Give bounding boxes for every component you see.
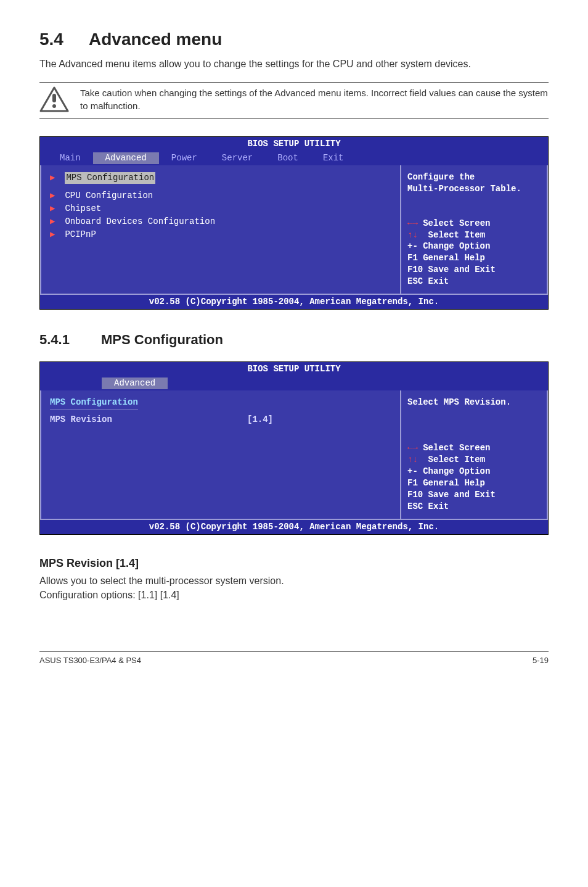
caution-note: Take caution when changing the settings … xyxy=(39,82,549,119)
bios-tab-bar: Main Advanced Power Server Boot Exit xyxy=(40,151,548,165)
bios-tab-bar: Advanced xyxy=(40,376,548,390)
bios-right-pane: Configure the Multi-Processor Table. ←→ … xyxy=(401,165,548,295)
bios-help-line2: Multi-Processor Table. xyxy=(407,183,541,195)
bios-left-pane: ▶ MPS Configuration ▶ CPU Configuration … xyxy=(40,165,401,295)
key-change-option: +- Change Option xyxy=(407,241,541,252)
bios-help-line1: Configure the xyxy=(407,171,541,183)
subheading-number: 5.4.1 xyxy=(39,332,101,348)
field-description-line1: Allows you to select the multi-processor… xyxy=(39,574,549,588)
bios-title: BIOS SETUP UTILITY xyxy=(40,362,548,376)
submenu-arrow-icon: ▶ xyxy=(50,203,60,215)
field-heading-mps-revision: MPS Revision [1.4] xyxy=(39,557,549,570)
bios-copyright-footer: v02.58 (C)Copyright 1985-2004, American … xyxy=(40,295,548,309)
key-save-exit: F10 Save and Exit xyxy=(407,264,541,276)
subheading-title: MPS Configuration xyxy=(101,332,223,347)
bios-screenshot-advanced-menu: BIOS SETUP UTILITY Main Advanced Power S… xyxy=(39,136,549,310)
bios-tab-power: Power xyxy=(159,152,210,164)
bios-help-text: Select MPS Revision. xyxy=(407,397,541,434)
key-general-help: F1 General Help xyxy=(407,252,541,264)
bios-tab-boot: Boot xyxy=(265,152,311,164)
menu-item-onboard-devices: Onboard Devices Configuration xyxy=(65,217,215,226)
submenu-arrow-icon: ▶ xyxy=(50,172,60,184)
bios-copyright-footer: v02.58 (C)Copyright 1985-2004, American … xyxy=(40,520,548,534)
bios-tab-exit: Exit xyxy=(311,152,356,164)
bios-tab-server: Server xyxy=(210,152,265,164)
footer-page-number: 5-19 xyxy=(533,656,549,665)
field-label-mps-revision: MPS Revision xyxy=(50,414,247,426)
menu-item-chipset: Chipset xyxy=(65,204,101,213)
bios-section-header: MPS Configuration xyxy=(50,397,138,410)
bios-screenshot-mps-configuration: BIOS SETUP UTILITY Advanced MPS Configur… xyxy=(39,361,549,535)
key-select-screen: ←→ Select Screen xyxy=(407,218,541,229)
lead-paragraph: The Advanced menu items allow you to cha… xyxy=(39,57,549,71)
svg-point-2 xyxy=(52,104,56,108)
key-esc-exit: ESC Exit xyxy=(407,501,541,513)
bios-tab-advanced: Advanced xyxy=(102,377,168,389)
bios-key-legend: ←→ Select Screen ↑↓ Select Item +- Chang… xyxy=(407,442,541,512)
submenu-arrow-icon: ▶ xyxy=(50,216,60,228)
bios-tab-main: Main xyxy=(47,152,93,164)
svg-rect-1 xyxy=(52,94,56,102)
key-esc-exit: ESC Exit xyxy=(407,276,541,287)
page-heading: 5.4Advanced menu xyxy=(39,30,549,49)
submenu-arrow-icon: ▶ xyxy=(50,190,60,202)
bios-tab-advanced: Advanced xyxy=(93,152,159,164)
key-general-help: F1 General Help xyxy=(407,477,541,489)
field-value-mps-revision: [1.4] xyxy=(247,414,273,426)
field-description-line2: Configuration options: [1.1] [1.4] xyxy=(39,588,549,602)
key-select-screen: ←→ Select Screen xyxy=(407,442,541,454)
subsection-heading: 5.4.1MPS Configuration xyxy=(39,332,549,348)
submenu-arrow-icon: ▶ xyxy=(50,229,60,241)
page-footer: ASUS TS300-E3/PA4 & PS4 5-19 xyxy=(39,651,549,665)
caution-text: Take caution when changing the settings … xyxy=(69,86,549,112)
footer-product-name: ASUS TS300-E3/PA4 & PS4 xyxy=(39,656,141,665)
key-select-item: ↑↓ Select Item xyxy=(407,229,541,241)
key-select-item: ↑↓ Select Item xyxy=(407,454,541,466)
menu-item-cpu-configuration: CPU Configuration xyxy=(65,191,153,200)
heading-number: 5.4 xyxy=(39,30,89,49)
key-save-exit: F10 Save and Exit xyxy=(407,489,541,501)
key-change-option: +- Change Option xyxy=(407,466,541,477)
menu-item-pcipnp: PCIPnP xyxy=(65,229,96,239)
bios-key-legend: ←→ Select Screen ↑↓ Select Item +- Chang… xyxy=(407,218,541,287)
heading-title: Advanced menu xyxy=(89,30,222,49)
menu-item-mps-configuration: MPS Configuration xyxy=(65,172,155,184)
caution-icon xyxy=(39,86,69,115)
bios-left-pane: MPS Configuration MPS Revision [1.4] xyxy=(40,390,401,520)
bios-title: BIOS SETUP UTILITY xyxy=(40,137,548,151)
bios-right-pane: Select MPS Revision. ←→ Select Screen ↑↓… xyxy=(401,390,548,520)
